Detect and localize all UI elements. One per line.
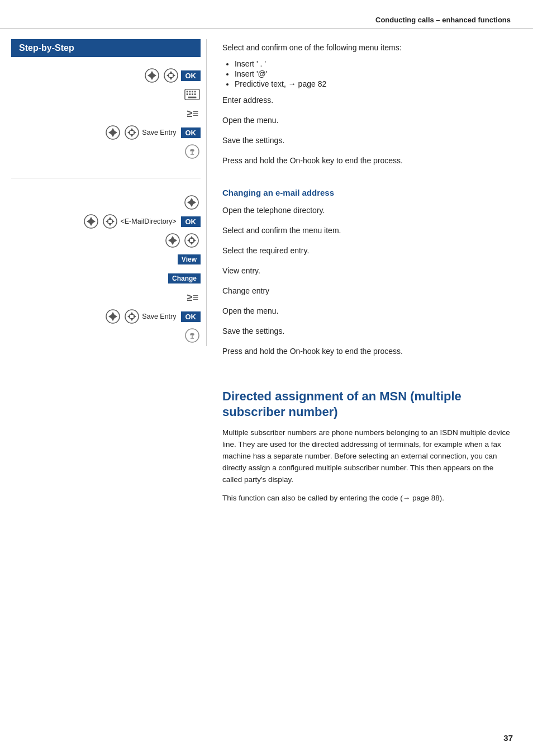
svg-marker-38 — [190, 198, 193, 201]
keyboard-icon — [184, 86, 201, 103]
svg-point-28 — [125, 126, 139, 139]
svg-marker-1 — [150, 71, 154, 74]
menu-item-2: Insert '@' — [235, 69, 513, 78]
step-row-save2: Save Entry OK — [11, 308, 201, 325]
section3-para1: Multiple subscriber numbers are phone nu… — [222, 427, 513, 486]
ok-button-1[interactable]: OK — [181, 70, 201, 81]
step-row-onhook1 — [11, 143, 201, 160]
svg-marker-46 — [87, 220, 89, 223]
save-entry-label-2: Save Entry — [142, 313, 176, 320]
step-row-save1: Save Entry OK — [11, 124, 201, 141]
svg-marker-44 — [89, 217, 93, 220]
step-row-emaildir: <E-MailDirectory> OK — [11, 213, 201, 230]
nav-circle-icon-9 — [184, 233, 199, 248]
svg-marker-23 — [111, 128, 115, 131]
nav-circle-icon-8 — [165, 233, 180, 248]
step-row-keyboard — [11, 86, 201, 103]
svg-marker-24 — [111, 134, 115, 137]
menu-items-list: Insert ' . ' Insert '@' Predictive text,… — [222, 59, 513, 88]
svg-rect-42 — [190, 201, 193, 204]
change-button[interactable]: Change — [168, 273, 201, 284]
header-title: Conducting calls – enhanced functions — [375, 16, 511, 24]
svg-marker-3 — [147, 74, 150, 77]
onhook-icon-1 — [184, 143, 201, 160]
save-settings-text-2: Save the settings. — [222, 323, 513, 339]
svg-rect-16 — [194, 91, 196, 92]
svg-marker-39 — [190, 204, 193, 207]
svg-marker-59 — [174, 239, 177, 242]
on-hook-text-2: Press and hold the On-hook key to end th… — [222, 343, 513, 360]
change-entry-text: Change entry — [222, 282, 513, 299]
onhook-icon-2 — [184, 327, 201, 344]
svg-point-6 — [164, 69, 178, 82]
view-button[interactable]: View — [178, 254, 201, 264]
step-row-view: View — [11, 251, 201, 268]
enter-address-text: Enter address. — [222, 92, 513, 108]
menu-icon-2: ≥≡ — [185, 290, 201, 305]
section3-para2: This function can also be called by ente… — [222, 493, 513, 504]
nav-circle-icon-7 — [102, 214, 118, 229]
svg-marker-57 — [171, 242, 174, 245]
menu-item-1: Insert ' . ' — [235, 59, 513, 68]
svg-rect-60 — [171, 239, 174, 242]
page-header: Conducting calls – enhanced functions — [0, 11, 533, 29]
page-container: Conducting calls – enhanced functions St… — [0, 0, 533, 756]
step-row-menu2: ≥≡ — [11, 289, 201, 306]
email-dir-label: <E-MailDirectory> — [120, 218, 176, 225]
svg-rect-13 — [187, 91, 188, 92]
view-entry-text: View entry. — [222, 262, 513, 279]
svg-rect-66 — [189, 238, 194, 243]
svg-point-61 — [185, 234, 198, 247]
nav-circle-icon-5 — [184, 195, 199, 210]
svg-rect-5 — [150, 74, 154, 77]
menu-item-3: Predictive text, → page 82 — [235, 79, 513, 88]
svg-marker-69 — [111, 318, 115, 321]
nav-circle-icon-2 — [163, 68, 179, 83]
step-row-menu1: ≥≡ — [11, 105, 201, 122]
ok-button-3[interactable]: OK — [181, 216, 201, 227]
svg-marker-71 — [115, 315, 117, 318]
svg-rect-54 — [108, 219, 112, 224]
menu-intro-text: Select and confirm one of the following … — [222, 39, 513, 56]
nav-circle-icon-11 — [124, 309, 140, 324]
ok-button-4[interactable]: OK — [181, 311, 201, 322]
left-panel: Step-by-Step — [0, 39, 207, 346]
svg-rect-33 — [130, 130, 134, 135]
step-row-nav1: OK — [11, 67, 201, 84]
svg-marker-68 — [111, 312, 115, 315]
svg-marker-40 — [187, 201, 190, 204]
svg-marker-26 — [115, 131, 117, 134]
nav-circle-icon-1 — [144, 68, 160, 83]
open-menu-text-2: Open the menu. — [222, 303, 513, 319]
svg-marker-58 — [168, 239, 171, 242]
svg-rect-11 — [169, 73, 173, 78]
menu-icon-1: ≥≡ — [185, 106, 201, 121]
step-row-onhook2 — [11, 327, 201, 344]
open-menu-text-1: Open the menu. — [222, 112, 513, 129]
right-panel: Select and confirm one of the following … — [207, 39, 533, 511]
save-entry-label-1: Save Entry — [142, 129, 176, 136]
select-entry-text: Select the required entry. — [222, 242, 513, 259]
svg-point-73 — [125, 310, 139, 323]
svg-marker-45 — [89, 223, 93, 226]
step-by-step-header: Step-by-Step — [11, 39, 201, 57]
svg-rect-20 — [194, 93, 196, 95]
svg-rect-15 — [192, 91, 193, 92]
svg-rect-18 — [189, 93, 191, 95]
select-confirm-text: Select and confirm the menu item. — [222, 222, 513, 239]
ok-button-2[interactable]: OK — [181, 127, 201, 138]
nav-circle-icon-10 — [105, 309, 121, 324]
svg-marker-56 — [171, 236, 174, 239]
save-settings-text-1: Save the settings. — [222, 132, 513, 149]
nav-circle-icon-3 — [105, 125, 121, 140]
main-layout: Step-by-Step — [0, 39, 533, 511]
step-row-email-nav1 — [11, 194, 201, 211]
page-number: 37 — [503, 733, 513, 743]
open-dir-text: Open the telephone directory. — [222, 202, 513, 219]
svg-marker-25 — [108, 131, 111, 134]
section2-title: Changing an e-mail address — [222, 188, 513, 197]
svg-rect-48 — [89, 220, 93, 223]
svg-rect-78 — [130, 314, 134, 319]
svg-marker-4 — [154, 74, 156, 77]
svg-rect-21 — [188, 97, 197, 98]
